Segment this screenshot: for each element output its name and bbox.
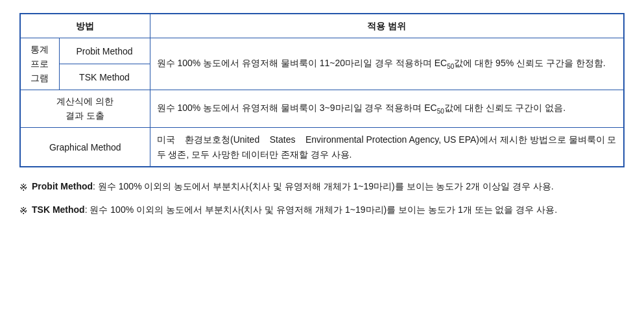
note-2-text: TSK Method: 원수 100% 이외의 농도에서 부분치사(치사 및 유…: [32, 202, 625, 218]
group-label-stats: 통계 프로 그램: [20, 38, 59, 90]
notes-section: ※ Probit Method: 원수 100% 이외의 농도에서 부분치사(치…: [19, 179, 625, 219]
tsk-method-text: TSK Method: [79, 72, 130, 82]
header-range: 적용 범위: [150, 14, 624, 38]
probit-method-text: Probit Method: [76, 46, 132, 56]
table-row-calc: 계산식에 의한 결과 도출 원수 100% 농도에서 유영저해 물벼룩이 3~9…: [20, 90, 624, 128]
stats-label: 통계 프로 그램: [27, 43, 53, 85]
note-1: ※ Probit Method: 원수 100% 이외의 농도에서 부분치사(치…: [19, 179, 625, 196]
method-table: 방법 적용 범위 통계 프로 그램 Probit Method 원수 100% …: [19, 13, 625, 167]
header-method: 방법: [20, 14, 150, 38]
calc-method-label: 계산식에 의한 결과 도출: [20, 90, 150, 128]
table-row-stats: 통계 프로 그램 Probit Method 원수 100% 농도에서 유영저해…: [20, 38, 624, 64]
calc-range: 원수 100% 농도에서 유영저해 물벼룩이 3~9마리일 경우 적용하며 EC…: [150, 90, 624, 128]
note-2: ※ TSK Method: 원수 100% 이외의 농도에서 부분치사(치사 및…: [19, 202, 625, 219]
stats-range: 원수 100% 농도에서 유영저해 물벼룩이 11~20마리일 경우 적용하며 …: [150, 38, 624, 90]
table-row-graphical: Graphical Method 미국 환경보호청(United States …: [20, 128, 624, 167]
graphical-range: 미국 환경보호청(United States Environmental Pro…: [150, 128, 624, 167]
probit-method-label: Probit Method: [59, 38, 150, 64]
graphical-method-text: Graphical Method: [49, 142, 121, 152]
note-1-text: Probit Method: 원수 100% 이외의 농도에서 부분치사(치사 …: [32, 179, 625, 195]
note-1-mark: ※: [19, 179, 28, 196]
calc-label-text: 계산식에 의한 결과 도출: [27, 95, 143, 123]
graphical-method-label: Graphical Method: [20, 128, 150, 167]
note-2-mark: ※: [19, 202, 28, 219]
tsk-method-label: TSK Method: [59, 64, 150, 90]
main-table-container: 방법 적용 범위 통계 프로 그램 Probit Method 원수 100% …: [19, 13, 625, 167]
